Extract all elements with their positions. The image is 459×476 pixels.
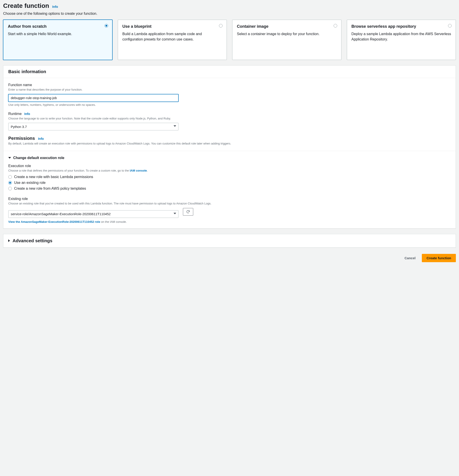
function-name-hint: Enter a name that describes the purpose … <box>8 87 451 92</box>
option-desc: Build a Lambda application from sample c… <box>123 31 222 42</box>
radio-create-new-role[interactable]: Create a new role with basic Lambda perm… <box>8 174 451 180</box>
existing-role-hint: Choose an existing role that you've crea… <box>8 201 451 206</box>
radio-label: Create a new role from AWS policy templa… <box>14 187 86 191</box>
refresh-icon <box>186 210 190 214</box>
page-subtext: Choose one of the following options to c… <box>3 10 456 20</box>
triangle-down-icon <box>8 157 11 159</box>
create-function-button[interactable]: Create function <box>422 254 456 262</box>
refresh-roles-button[interactable] <box>183 208 193 216</box>
view-existing-role-link[interactable]: View the AmazonSageMaker-ExecutionRole-2… <box>8 220 100 223</box>
option-title: Use a blueprint <box>123 24 222 29</box>
creation-option-cards: Author from scratch Start with a simple … <box>3 20 456 60</box>
radio-label: Create a new role with basic Lambda perm… <box>14 175 93 179</box>
advanced-settings-heading: Advanced settings <box>13 238 53 243</box>
permissions-info-link[interactable]: Info <box>38 137 44 140</box>
permissions-hint: By default, Lambda will create an execut… <box>8 141 451 146</box>
page-info-link[interactable]: Info <box>52 5 58 8</box>
runtime-select[interactable]: Python 3.7 <box>8 123 178 130</box>
page-title: Create function <box>3 2 49 9</box>
advanced-settings-panel: Advanced settings <box>3 234 456 248</box>
radio-icon <box>334 24 337 27</box>
view-role-trail-text: on the IAM console. <box>100 220 127 223</box>
radio-icon <box>219 24 222 27</box>
radio-icon <box>8 187 12 190</box>
option-desc: Select a container image to deploy for y… <box>237 31 337 37</box>
option-desc: Start with a simple Hello World example. <box>8 31 108 37</box>
option-desc: Deploy a sample Lambda application from … <box>352 31 451 42</box>
option-author-from-scratch[interactable]: Author from scratch Start with a simple … <box>3 20 112 60</box>
function-name-note: Use only letters, numbers, hyphens, or u… <box>8 103 451 106</box>
execution-role-hint: Choose a role that defines the permissio… <box>8 169 451 173</box>
iam-console-link[interactable]: IAM console <box>130 169 147 172</box>
option-title: Container image <box>237 24 337 29</box>
advanced-settings-expander[interactable]: Advanced settings <box>8 238 451 243</box>
change-execution-role-expander[interactable]: Change default execution role <box>8 156 451 160</box>
radio-icon <box>105 24 108 27</box>
runtime-hint: Choose the language to use to write your… <box>8 116 451 121</box>
existing-role-select[interactable]: service-role/AmazonSageMaker-ExecutionRo… <box>8 210 178 218</box>
option-title: Browse serverless app repository <box>352 24 451 29</box>
execution-role-label: Execution role <box>8 164 31 168</box>
runtime-label: Runtime <box>8 112 22 116</box>
basic-information-panel: Basic information Function name Enter a … <box>3 65 456 229</box>
function-name-input[interactable] <box>8 94 178 102</box>
function-name-label: Function name <box>8 83 32 87</box>
radio-label: Use an existing role <box>14 181 46 185</box>
basic-information-heading: Basic information <box>8 69 451 74</box>
option-browse-serverless-repo[interactable]: Browse serverless app repository Deploy … <box>347 20 456 60</box>
radio-use-existing-role[interactable]: Use an existing role <box>8 180 451 186</box>
radio-icon <box>8 175 12 179</box>
radio-icon <box>448 24 452 27</box>
expander-label: Change default execution role <box>13 156 64 160</box>
permissions-heading: Permissions <box>8 136 35 141</box>
cancel-button[interactable]: Cancel <box>402 254 418 262</box>
option-container-image[interactable]: Container image Select a container image… <box>232 20 341 60</box>
radio-create-from-policy-template[interactable]: Create a new role from AWS policy templa… <box>8 186 451 191</box>
triangle-right-icon <box>8 239 10 242</box>
option-title: Author from scratch <box>8 24 108 29</box>
radio-icon <box>8 181 12 185</box>
existing-role-label: Existing role <box>8 197 28 201</box>
option-use-blueprint[interactable]: Use a blueprint Build a Lambda applicati… <box>118 20 227 60</box>
runtime-info-link[interactable]: Info <box>24 112 30 116</box>
